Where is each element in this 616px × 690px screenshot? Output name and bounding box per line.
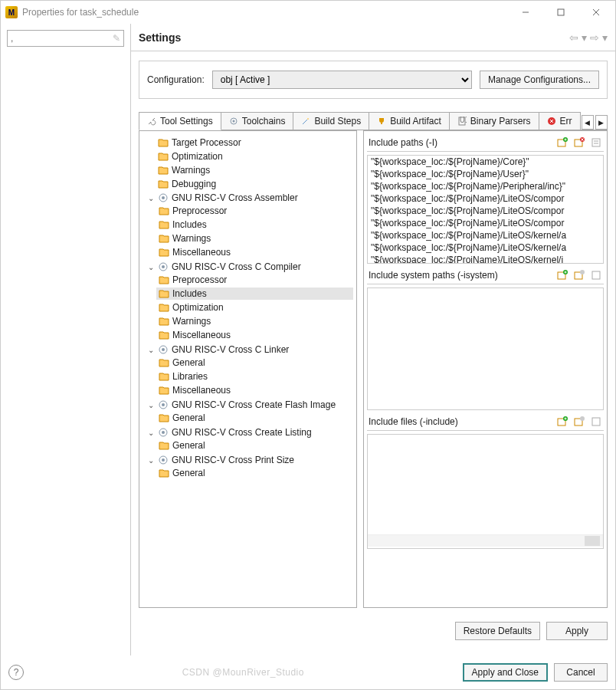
tab-build-artifact[interactable]: Build Artifact bbox=[369, 112, 450, 130]
tab-scroll-right[interactable]: ▶ bbox=[595, 115, 608, 130]
collapse-icon[interactable]: ⌄ bbox=[146, 429, 155, 437]
back-dropdown-icon[interactable]: ▾ bbox=[582, 31, 587, 44]
list-item[interactable]: "${workspace_loc:/${ProjName}/LiteOS/com… bbox=[368, 217, 603, 229]
tab-tool-settings[interactable]: Tool Settings bbox=[139, 112, 221, 130]
folder-icon bbox=[159, 248, 169, 257]
settings-tree[interactable]: Target Processor Optimization Warnings D… bbox=[139, 130, 357, 608]
close-button[interactable] bbox=[578, 1, 614, 24]
folder-icon bbox=[159, 441, 169, 450]
tree-item[interactable]: GNU RISC-V Cross Print Size bbox=[172, 455, 294, 465]
delete-icon[interactable] bbox=[573, 136, 585, 149]
list-item[interactable]: "${workspace_loc:/${ProjName}/LiteOS/ker… bbox=[368, 254, 603, 264]
tool-icon bbox=[158, 192, 169, 203]
list-item[interactable]: "${workspace_loc:/${ProjName}/LiteOS/ker… bbox=[368, 229, 603, 242]
app-icon: M bbox=[5, 6, 18, 18]
tab-binary-parsers[interactable]: 01 Binary Parsers bbox=[449, 112, 539, 130]
list-item[interactable]: "${workspace_loc:/${ProjName}/Peripheral… bbox=[368, 180, 603, 192]
add-icon[interactable] bbox=[556, 269, 568, 281]
add-icon[interactable] bbox=[556, 416, 568, 428]
collapse-icon[interactable]: ⌄ bbox=[146, 263, 155, 271]
horizontal-scrollbar[interactable] bbox=[368, 534, 603, 547]
edit-icon[interactable] bbox=[590, 416, 602, 428]
collapse-icon[interactable]: ⌄ bbox=[146, 194, 155, 202]
back-icon[interactable]: ⇦ bbox=[569, 31, 578, 44]
tree-item[interactable]: GNU RISC-V Cross Assembler bbox=[172, 192, 298, 203]
folder-icon bbox=[159, 330, 169, 340]
configuration-select[interactable]: obj [ Active ] bbox=[212, 71, 472, 89]
maximize-button[interactable] bbox=[543, 1, 578, 24]
tree-item[interactable]: Warnings bbox=[172, 316, 211, 327]
folder-icon bbox=[159, 220, 169, 229]
forward-dropdown-icon[interactable]: ▾ bbox=[602, 31, 608, 44]
list-item[interactable]: "${workspace_loc:/${ProjName}/LiteOS/ker… bbox=[368, 242, 603, 254]
tree-item[interactable]: Optimization bbox=[172, 151, 223, 162]
list-item[interactable]: "${workspace_loc:/${ProjName}/LiteOS/com… bbox=[368, 192, 603, 205]
tab-scroll-left[interactable]: ◀ bbox=[582, 115, 594, 130]
apply-and-close-button[interactable]: Apply and Close bbox=[463, 663, 548, 682]
filter-value: , bbox=[11, 33, 13, 44]
tree-item[interactable]: GNU RISC-V Cross Create Listing bbox=[172, 427, 312, 438]
folder-icon bbox=[158, 138, 169, 147]
tab-toolchains[interactable]: Toolchains bbox=[221, 112, 294, 130]
svg-point-16 bbox=[162, 265, 165, 268]
tree-item[interactable]: General bbox=[172, 412, 205, 423]
apply-button[interactable]: Apply bbox=[546, 622, 608, 640]
svg-rect-49 bbox=[592, 418, 600, 426]
svg-point-7 bbox=[307, 118, 309, 120]
tree-item[interactable]: Warnings bbox=[172, 165, 210, 176]
cancel-button[interactable]: Cancel bbox=[554, 663, 608, 682]
filter-input[interactable]: , ✎ bbox=[7, 30, 124, 47]
tree-item[interactable]: General bbox=[172, 357, 205, 368]
list-item[interactable]: "${workspace_loc:/${ProjName}/User}" bbox=[368, 168, 603, 180]
include-paths-list[interactable]: "${workspace_loc:/${ProjName}/Core}" "${… bbox=[367, 155, 604, 264]
tree-item[interactable]: GNU RISC-V Cross C Compiler bbox=[172, 261, 301, 272]
tree-item[interactable]: Optimization bbox=[172, 302, 224, 313]
include-files-list[interactable] bbox=[367, 434, 604, 549]
restore-defaults-button[interactable]: Restore Defaults bbox=[455, 622, 540, 640]
delete-icon[interactable] bbox=[573, 269, 585, 281]
include-system-list[interactable] bbox=[367, 288, 604, 410]
tool-icon bbox=[158, 399, 169, 410]
tree-item[interactable]: Preprocessor bbox=[172, 205, 227, 216]
tree-item-selected[interactable]: Includes bbox=[172, 288, 207, 299]
tree-item[interactable]: GNU RISC-V Cross C Linker bbox=[172, 344, 289, 355]
tree-item[interactable]: General bbox=[172, 468, 205, 478]
add-icon[interactable] bbox=[556, 136, 568, 149]
tree-item[interactable]: General bbox=[172, 440, 205, 451]
tree-item[interactable]: Debugging bbox=[172, 179, 216, 189]
tab-build-steps[interactable]: Build Steps bbox=[293, 112, 369, 130]
svg-rect-42 bbox=[592, 271, 600, 279]
list-item[interactable]: "${workspace_loc:/${ProjName}/Core}" bbox=[368, 156, 603, 168]
svg-point-14 bbox=[162, 196, 165, 199]
tree-item[interactable]: Preprocessor bbox=[172, 274, 227, 285]
tree-item[interactable]: GNU RISC-V Cross Create Flash Image bbox=[172, 399, 336, 410]
gear-icon bbox=[229, 117, 238, 126]
forward-icon[interactable]: ⇨ bbox=[590, 31, 599, 44]
minimize-button[interactable] bbox=[508, 1, 543, 24]
tree-item[interactable]: Warnings bbox=[172, 233, 211, 244]
window-title: Properties for task_schedule bbox=[22, 7, 508, 18]
collapse-icon[interactable]: ⌄ bbox=[146, 401, 155, 409]
tree-item[interactable]: Libraries bbox=[172, 371, 208, 382]
folder-icon bbox=[159, 234, 169, 243]
list-item[interactable]: "${workspace_loc:/${ProjName}/LiteOS/com… bbox=[368, 205, 603, 217]
tree-item[interactable]: Miscellaneous bbox=[172, 330, 231, 340]
svg-point-41 bbox=[580, 270, 585, 274]
svg-point-18 bbox=[162, 348, 165, 351]
tree-item[interactable]: Miscellaneous bbox=[172, 385, 231, 396]
nav-arrows: ⇦▾ ⇨▾ bbox=[569, 31, 608, 44]
tab-error-parsers[interactable]: Err bbox=[539, 112, 581, 130]
delete-icon[interactable] bbox=[573, 416, 585, 428]
clear-icon[interactable]: ✎ bbox=[113, 33, 120, 44]
manage-configurations-button[interactable]: Manage Configurations... bbox=[480, 71, 599, 89]
help-icon[interactable]: ? bbox=[8, 665, 24, 680]
collapse-icon[interactable]: ⌄ bbox=[146, 346, 155, 354]
title-bar: M Properties for task_schedule bbox=[1, 1, 615, 24]
collapse-icon[interactable]: ⌄ bbox=[146, 456, 155, 465]
folder-icon bbox=[158, 179, 169, 189]
edit-icon[interactable] bbox=[590, 269, 602, 281]
edit-icon[interactable] bbox=[590, 136, 602, 149]
tree-item[interactable]: Target Processor bbox=[172, 137, 241, 148]
tree-item[interactable]: Includes bbox=[172, 219, 207, 230]
tree-item[interactable]: Miscellaneous bbox=[172, 247, 231, 258]
